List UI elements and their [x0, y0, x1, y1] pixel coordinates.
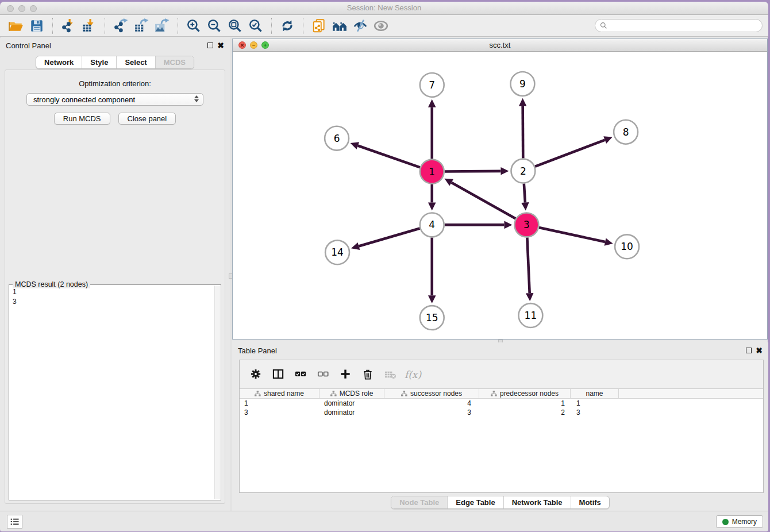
deselect-all-button[interactable] — [313, 365, 334, 384]
node-2[interactable]: 2 — [511, 159, 535, 183]
node-11[interactable]: 11 — [518, 303, 542, 327]
network-from-selection-button[interactable] — [309, 17, 329, 34]
node-3[interactable]: 3 — [514, 213, 538, 237]
edge-4-3[interactable] — [445, 221, 513, 229]
close-panel-icon[interactable]: ✖ — [217, 43, 224, 48]
edge-1-7[interactable] — [428, 99, 436, 159]
zoom-selected-button[interactable] — [245, 17, 266, 34]
mcds-result-box[interactable]: MCDS result (2 nodes) 1 3 — [9, 284, 221, 500]
node-7[interactable]: 7 — [420, 73, 444, 97]
edge-2-9[interactable] — [519, 98, 527, 159]
column-header-predecessor-nodes[interactable]: predecessor nodes — [479, 389, 571, 398]
table-tab-network-table[interactable]: Network Table — [503, 496, 571, 508]
zoom-in-icon — [186, 18, 201, 33]
open-session-button[interactable] — [6, 17, 26, 34]
svg-text:15: 15 — [426, 312, 438, 323]
network-close-icon[interactable]: ✕ — [238, 41, 246, 49]
svg-text:6: 6 — [334, 133, 340, 144]
column-header-shared-name[interactable]: shared name — [240, 389, 319, 398]
table-row[interactable]: 1dominator411 — [240, 399, 763, 408]
column-header-successor-nodes[interactable]: successor nodes — [384, 389, 479, 398]
hide-selected-button[interactable] — [350, 17, 371, 34]
node-10[interactable]: 10 — [615, 234, 639, 259]
table-tab-motifs[interactable]: Motifs — [571, 496, 609, 508]
node-4[interactable]: 4 — [420, 213, 444, 237]
deselect-all-icon — [317, 368, 329, 380]
node-1[interactable]: 1 — [420, 160, 444, 184]
tab-select[interactable]: Select — [116, 56, 155, 68]
edge-4-15[interactable] — [428, 237, 436, 303]
export-network-button[interactable] — [110, 17, 131, 34]
table-cell: 1 — [479, 399, 571, 408]
node-14[interactable]: 14 — [325, 240, 349, 264]
memory-button[interactable]: Memory — [716, 515, 763, 528]
export-image-button[interactable] — [152, 17, 172, 34]
show-all-button[interactable] — [371, 17, 391, 34]
edge-1-2[interactable] — [445, 167, 509, 175]
refresh-button[interactable] — [277, 17, 298, 34]
close-panel-button[interactable]: Close panel — [118, 113, 176, 125]
edge-1-6[interactable] — [351, 142, 420, 167]
search-box[interactable] — [595, 19, 763, 32]
edge-2-8[interactable] — [535, 136, 613, 167]
zoom-out-button[interactable] — [204, 17, 225, 34]
save-session-button[interactable] — [26, 17, 47, 34]
criterion-dropdown[interactable]: strongly connected component — [26, 93, 203, 106]
run-mcds-button[interactable]: Run MCDS — [54, 113, 110, 125]
network-canvas[interactable]: 7968124314101511 — [233, 52, 767, 339]
list-icon — [10, 518, 20, 526]
add-column-button[interactable] — [335, 365, 356, 384]
edge-3-1[interactable] — [444, 179, 515, 219]
edge-1-4[interactable] — [428, 184, 436, 211]
tab-mcds[interactable]: MCDS — [155, 56, 194, 68]
node-table: f(x) shared nameMCDS rolesuccessor nodes… — [239, 360, 764, 493]
table-tab-node-table[interactable]: Node Table — [391, 496, 447, 508]
export-network-icon — [113, 18, 128, 33]
column-header-name[interactable]: name — [571, 389, 619, 398]
node-6[interactable]: 6 — [325, 126, 349, 151]
table-cell: 3 — [240, 408, 319, 417]
table-tab-edge-table[interactable]: Edge Table — [447, 496, 503, 508]
settings-button[interactable] — [245, 365, 267, 384]
minimize-window-icon[interactable] — [18, 5, 25, 12]
zoom-fit-button[interactable] — [225, 17, 245, 34]
node-8[interactable]: 8 — [614, 120, 638, 144]
column-header-MCDS-role[interactable]: MCDS role — [319, 389, 384, 398]
mcds-result-legend: MCDS result (2 nodes) — [13, 280, 90, 288]
node-9[interactable]: 9 — [510, 72, 534, 96]
edge-3-10[interactable] — [539, 228, 613, 246]
export-table-button[interactable] — [131, 17, 152, 34]
svg-text:11: 11 — [525, 310, 537, 321]
toolbar-separator — [105, 18, 105, 34]
function-builder-button[interactable]: f(x) — [402, 365, 424, 384]
edge-3-11[interactable] — [526, 237, 534, 301]
network-minimize-icon[interactable]: − — [250, 41, 257, 49]
edge-2-3[interactable] — [521, 183, 529, 210]
import-table-button[interactable] — [79, 17, 99, 34]
import-network-button[interactable] — [58, 17, 79, 34]
node-15[interactable]: 15 — [420, 306, 444, 330]
close-window-icon[interactable] — [7, 5, 14, 12]
search-input[interactable] — [610, 22, 757, 30]
svg-text:14: 14 — [331, 246, 344, 258]
edge-4-14[interactable] — [351, 229, 420, 250]
zoom-in-button[interactable] — [183, 17, 204, 34]
table-float-panel-icon[interactable] — [746, 348, 752, 353]
tab-network[interactable]: Network — [36, 56, 82, 68]
delete-column-button[interactable] — [357, 365, 379, 384]
tab-style[interactable]: Style — [82, 56, 116, 68]
show-all-icon — [374, 18, 388, 33]
table-close-panel-icon[interactable]: ✖ — [756, 348, 763, 353]
split-view-button[interactable] — [268, 365, 289, 384]
delete-table-button[interactable] — [380, 365, 401, 384]
first-neighbors-button[interactable] — [329, 17, 350, 34]
table-row[interactable]: 3dominator323 — [240, 408, 763, 417]
maximize-window-icon[interactable] — [30, 5, 37, 12]
network-maximize-icon[interactable]: + — [261, 41, 269, 49]
task-history-button[interactable] — [7, 515, 22, 529]
result-scrollbar[interactable] — [214, 286, 220, 499]
select-all-button[interactable] — [290, 365, 311, 384]
svg-text:8: 8 — [623, 126, 629, 138]
toolbar-buttons — [6, 17, 391, 34]
float-panel-icon[interactable] — [207, 43, 213, 48]
